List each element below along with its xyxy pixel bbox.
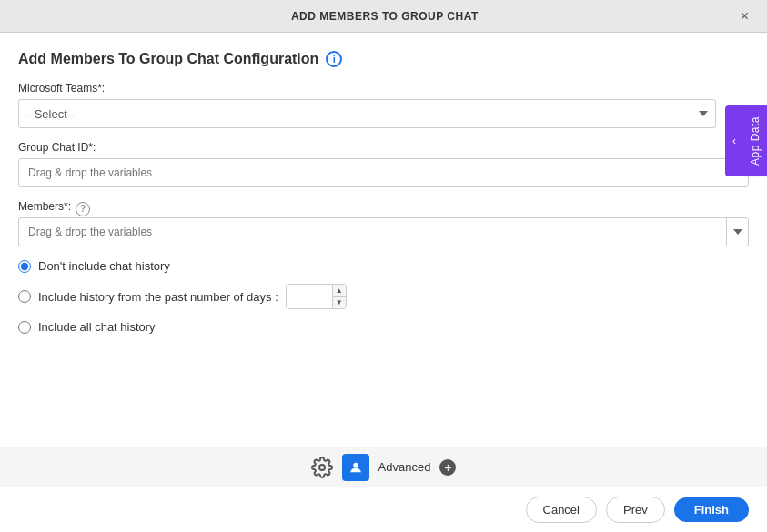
- microsoft-teams-select-wrapper: --Select-- +: [18, 99, 749, 128]
- radio-history-days[interactable]: [18, 290, 31, 303]
- members-input[interactable]: [19, 218, 726, 246]
- modal-title-row: Add Members To Group Chat Configuration …: [18, 51, 749, 67]
- user-icon: [348, 460, 363, 475]
- finish-button[interactable]: Finish: [674, 497, 749, 522]
- modal-body: Add Members To Group Chat Configuration …: [0, 33, 767, 447]
- modal-footer-bar: Advanced +: [0, 447, 767, 487]
- days-spinner-input[interactable]: 1: [287, 285, 332, 308]
- cancel-button[interactable]: Cancel: [526, 497, 597, 523]
- members-help-icon[interactable]: ?: [76, 202, 90, 216]
- days-spinner-wrapper: 1 ▲ ▼: [286, 284, 347, 309]
- app-data-label[interactable]: App Data: [743, 105, 767, 176]
- advanced-label: Advanced: [378, 460, 431, 474]
- members-label: Members*:: [18, 200, 71, 213]
- svg-point-0: [319, 465, 325, 470]
- radio-no-history[interactable]: [18, 260, 31, 273]
- radio-all-history-label[interactable]: Include all chat history: [38, 320, 156, 334]
- members-field: Members*: ?: [18, 200, 749, 246]
- members-label-row: Members*: ?: [18, 200, 749, 217]
- modal-header-title: ADD MEMBERS TO GROUP CHAT: [33, 10, 737, 23]
- prev-button[interactable]: Prev: [606, 497, 665, 523]
- radio-item-all-history: Include all chat history: [18, 320, 749, 334]
- radio-history-days-label[interactable]: Include history from the past number of …: [38, 290, 278, 304]
- spinner-up-button[interactable]: ▲: [333, 285, 346, 297]
- modal-header: ADD MEMBERS TO GROUP CHAT ×: [0, 0, 767, 33]
- radio-no-history-label[interactable]: Don't include chat history: [38, 259, 170, 273]
- app-data-chevron[interactable]: ‹: [725, 105, 743, 176]
- radio-group: Don't include chat history Include histo…: [18, 259, 749, 334]
- settings-button[interactable]: [311, 457, 333, 478]
- microsoft-teams-field: Microsoft Teams*: --Select-- +: [18, 82, 749, 128]
- group-chat-id-label: Group Chat ID*:: [18, 141, 749, 154]
- group-chat-id-input[interactable]: [18, 158, 749, 187]
- svg-point-1: [353, 462, 358, 467]
- modal-wrapper: ADD MEMBERS TO GROUP CHAT × Add Members …: [0, 0, 767, 532]
- radio-item-history-days: Include history from the past number of …: [18, 284, 749, 309]
- spinner-down-button[interactable]: ▼: [333, 297, 346, 309]
- radio-all-history[interactable]: [18, 321, 31, 334]
- modal-actions: Cancel Prev Finish: [0, 487, 767, 532]
- group-chat-id-field: Group Chat ID*:: [18, 141, 749, 187]
- close-button[interactable]: ×: [737, 8, 752, 25]
- members-dropdown-button[interactable]: [726, 218, 748, 246]
- microsoft-teams-select[interactable]: --Select--: [18, 99, 716, 128]
- gear-icon: [311, 457, 333, 478]
- info-icon[interactable]: i: [326, 51, 342, 67]
- modal-title: Add Members To Group Chat Configuration: [18, 51, 318, 67]
- chevron-down-icon: [733, 229, 742, 235]
- radio-item-no-history: Don't include chat history: [18, 259, 749, 273]
- microsoft-teams-label: Microsoft Teams*:: [18, 82, 749, 95]
- spinner-buttons: ▲ ▼: [332, 285, 346, 308]
- app-data-side: ‹ App Data: [725, 105, 767, 176]
- advanced-add-button[interactable]: +: [439, 459, 456, 476]
- user-icon-button[interactable]: [342, 454, 369, 481]
- members-wrapper: [18, 217, 749, 246]
